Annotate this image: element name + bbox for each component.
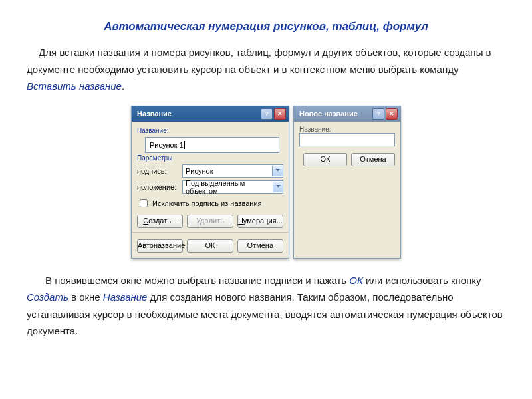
chevron-down-icon [273,182,283,192]
para1-emph: Вставить название [27,80,122,92]
para2-b: или использовать кнопку [363,275,481,286]
new-caption-label: Название: [299,126,395,133]
section-name-label: Название: [137,127,283,134]
section-params-label: Параметры [137,154,283,162]
caption-dialog-title: Название [137,110,172,118]
new-caption-dialog: Новое название ? ✕ Название: ОК Отмена [293,106,401,259]
caption-dialog: Название ? ✕ Название: Рисунок 1 Парамет… [131,106,289,259]
position-combobox[interactable]: Под выделенным объектом [182,180,283,194]
para2-create: Создать [27,291,68,303]
create-button[interactable]: Создать... [137,215,183,228]
podpis-label: подпись: [137,167,178,175]
outro-paragraph: В появившемся окне можно выбрать названи… [27,272,505,340]
help-button[interactable]: ? [261,108,273,120]
dialog-screenshots: Название ? ✕ Название: Рисунок 1 Парамет… [131,106,401,259]
cancel-button[interactable]: Отмена [351,153,395,166]
close-button[interactable]: ✕ [386,108,398,120]
para2-name: Название [103,291,148,303]
exclude-label-text: Исключить подпись из названия [152,200,261,207]
close-button[interactable]: ✕ [274,108,286,120]
chevron-down-icon [272,166,283,176]
intro-paragraph: Для вставки названия и номера рисунков, … [27,44,505,95]
position-label: положение: [137,183,178,191]
para1-text-a: Для вставки названия и номера рисунков, … [27,47,491,75]
ok-button[interactable]: ОК [187,239,233,253]
podpis-value: Рисунок [186,167,213,175]
position-value: Под выделенным объектом [186,179,273,195]
help-button[interactable]: ? [372,108,384,120]
page-title: Автоматическая нумерация рисунков, табли… [27,20,505,33]
new-caption-dialog-title: Новое название [299,110,358,118]
autocaption-button[interactable]: Автоназвание... [137,239,183,253]
para1-text-b: . [122,80,124,92]
para2-ok: ОК [349,275,363,286]
exclude-label-checkbox[interactable] [140,200,148,207]
new-caption-dialog-titlebar: Новое название ? ✕ [294,106,400,122]
ok-button[interactable]: ОК [303,153,347,166]
delete-button: Удалить [187,215,233,228]
podpis-combobox[interactable]: Рисунок [182,164,283,178]
caption-value-text: Рисунок 1 [150,141,184,149]
para2-a: В появившемся окне можно выбрать названи… [45,275,349,286]
caption-dialog-titlebar: Название ? ✕ [132,106,289,122]
caption-value-field[interactable]: Рисунок 1 [145,137,279,153]
numbering-button[interactable]: Нумерация... [237,215,283,228]
cancel-button[interactable]: Отмена [237,239,283,253]
new-caption-input[interactable] [299,133,395,146]
para2-c: в окне [68,291,103,303]
